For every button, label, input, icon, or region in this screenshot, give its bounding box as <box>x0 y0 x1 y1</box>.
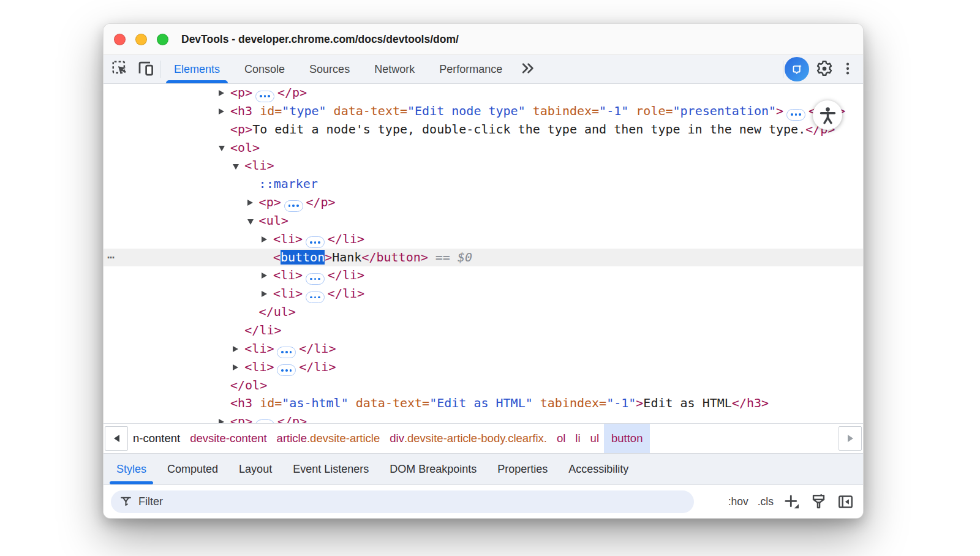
dom-tree-row[interactable]: </li> <box>104 321 863 340</box>
dom-tree-row[interactable]: <ol> <box>104 139 863 157</box>
breadcrumb-item[interactable]: ol <box>552 424 570 453</box>
ellipsis-expand-icon[interactable] <box>786 109 805 121</box>
double-chevron-right-icon <box>519 60 536 78</box>
dom-tree-row[interactable]: <li></li> <box>104 340 863 358</box>
dom-tree-row[interactable]: <h3 id="type" data-text="Edit node type"… <box>104 102 863 121</box>
dom-tree-row[interactable]: <p>To edit a node's type, double-click t… <box>104 121 863 139</box>
ellipsis-expand-icon[interactable] <box>277 364 296 376</box>
tab-layout[interactable]: Layout <box>228 454 282 484</box>
breadcrumb-item[interactable]: devsite-content <box>185 424 271 453</box>
ellipsis-expand-icon[interactable] <box>255 91 274 102</box>
expand-arrow-icon[interactable] <box>262 272 267 279</box>
tab-accessibility[interactable]: Accessibility <box>558 454 639 484</box>
dom-tree-row[interactable]: <ul> <box>104 212 863 230</box>
dom-tree-row[interactable]: <p></p> <box>104 193 863 212</box>
breadcrumb: n-contentdevsite-contentarticle.devsite-… <box>128 424 839 453</box>
tab-event-listeners[interactable]: Event Listeners <box>282 454 379 484</box>
expand-arrow-icon[interactable] <box>219 90 224 96</box>
expand-arrow-icon[interactable] <box>247 200 253 206</box>
row-overflow-dots-icon: ⋯ <box>107 249 115 267</box>
panel-left-arrow-icon <box>837 493 854 511</box>
zoom-button[interactable] <box>157 34 168 45</box>
dom-tree-row[interactable]: <li> <box>104 157 863 175</box>
dom-tree-row[interactable]: <h3 id="as-html" data-text="Edit as HTML… <box>104 394 863 413</box>
expand-arrow-icon[interactable] <box>262 291 267 297</box>
breadcrumb-item[interactable]: div.devsite-article-body.clearfix. <box>385 424 552 453</box>
breadcrumb-item[interactable]: ul <box>586 424 604 453</box>
settings-button[interactable] <box>815 57 834 81</box>
toggle-element-state-button[interactable]: :hov <box>728 495 748 508</box>
expand-arrow-icon[interactable] <box>262 236 267 242</box>
breadcrumb-scroll-left-button[interactable] <box>105 426 128 451</box>
breadcrumb-bar: n-contentdevsite-contentarticle.devsite-… <box>104 423 863 453</box>
dom-tree-row[interactable]: <li></li> <box>104 230 863 249</box>
dom-tree-row[interactable]: <li></li> <box>104 358 863 377</box>
styles-pane-controls: :hov .cls <box>728 490 854 513</box>
collapse-arrow-icon[interactable] <box>233 164 239 170</box>
dom-tree-row[interactable]: ::marker <box>104 175 863 193</box>
inspect-cursor-icon <box>111 59 129 80</box>
devtools-toolbar: ElementsConsoleSourcesNetworkPerformance <box>104 55 863 84</box>
kebab-menu-icon <box>840 61 856 78</box>
menu-button[interactable] <box>840 57 856 81</box>
tab-computed[interactable]: Computed <box>157 454 228 484</box>
dom-tree: <p></p><h3 id="type" data-text="Edit nod… <box>104 84 863 423</box>
ellipsis-expand-icon[interactable] <box>306 236 325 248</box>
toggle-sidebar-button[interactable] <box>837 493 854 511</box>
ellipsis-expand-icon[interactable] <box>284 200 303 212</box>
paintbrush-icon <box>810 493 827 511</box>
tab-styles[interactable]: Styles <box>106 454 157 484</box>
filter-funnel-icon <box>118 494 134 509</box>
tab-elements[interactable]: Elements <box>162 55 232 83</box>
ai-assistance-button[interactable] <box>785 57 809 81</box>
sidebar-tabs: StylesComputedLayoutEvent ListenersDOM B… <box>104 453 863 485</box>
right-triangle-icon <box>848 435 853 442</box>
toolbar-separator <box>160 61 160 78</box>
breadcrumb-scroll-right-button[interactable] <box>839 426 862 451</box>
dom-tree-row[interactable]: <li></li> <box>104 285 863 303</box>
close-button[interactable] <box>114 34 126 45</box>
breadcrumb-item[interactable]: li <box>570 424 585 453</box>
inspect-element-button[interactable] <box>107 57 133 81</box>
device-toolbar-icon <box>137 59 155 80</box>
more-tabs-button[interactable] <box>514 57 540 81</box>
minimize-button[interactable] <box>135 34 147 45</box>
dom-tree-row[interactable]: <p></p> <box>104 84 863 102</box>
expand-arrow-icon[interactable] <box>233 364 238 370</box>
window-title: DevTools - developer.chrome.com/docs/dev… <box>181 33 459 46</box>
tab-performance[interactable]: Performance <box>427 55 514 83</box>
device-toolbar-button[interactable] <box>133 57 159 81</box>
expand-arrow-icon[interactable] <box>233 346 238 352</box>
tab-properties[interactable]: Properties <box>487 454 558 484</box>
expand-arrow-icon[interactable] <box>219 419 224 423</box>
window-controls <box>114 34 168 45</box>
dom-tree-row[interactable]: <p></p> <box>104 413 863 423</box>
tab-network[interactable]: Network <box>362 55 427 83</box>
collapse-arrow-icon[interactable] <box>219 146 225 152</box>
ellipsis-expand-icon[interactable] <box>306 273 325 285</box>
breadcrumb-item[interactable]: n-content <box>128 424 185 453</box>
plus-caret-icon <box>783 493 801 511</box>
format-styles-button[interactable] <box>810 493 827 511</box>
breadcrumb-item[interactable]: article.devsite-article <box>272 424 385 453</box>
ellipsis-expand-icon[interactable] <box>306 291 325 303</box>
styles-filter-input[interactable] <box>137 495 568 509</box>
titlebar: DevTools - developer.chrome.com/docs/dev… <box>104 24 863 55</box>
ai-sparkle-chat-icon <box>785 57 809 81</box>
tab-dom-breakpoints[interactable]: DOM Breakpoints <box>379 454 487 484</box>
dom-tree-row[interactable]: <li></li> <box>104 266 863 285</box>
dom-tree-row[interactable]: </ul> <box>104 303 863 321</box>
expand-arrow-icon[interactable] <box>219 108 224 115</box>
element-classes-button[interactable]: .cls <box>758 495 774 508</box>
collapse-arrow-icon[interactable] <box>247 219 254 225</box>
accessibility-person-icon <box>813 100 842 130</box>
breadcrumb-item[interactable]: button <box>604 424 650 453</box>
panel-tabs: ElementsConsoleSourcesNetworkPerformance <box>162 55 514 83</box>
new-style-rule-button[interactable] <box>783 493 801 511</box>
ellipsis-expand-icon[interactable] <box>277 347 296 358</box>
tab-console[interactable]: Console <box>232 55 297 83</box>
dom-tree-row[interactable]: ⋯<button>Hank</button> == $0 <box>104 249 863 267</box>
dom-tree-row[interactable]: </ol> <box>104 377 863 395</box>
tab-sources[interactable]: Sources <box>297 55 362 83</box>
devtools-window: DevTools - developer.chrome.com/docs/dev… <box>103 23 864 519</box>
